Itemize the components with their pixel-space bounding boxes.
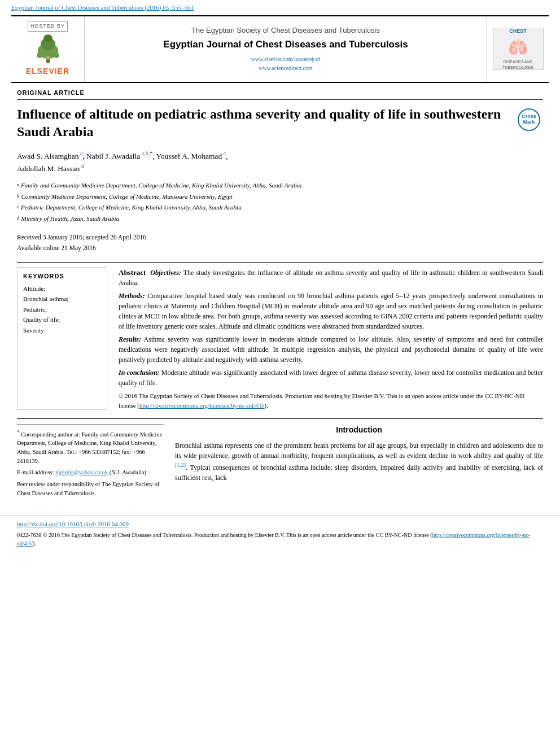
affil-4: d Ministry of Health, Jizan, Saudi Arabi… [17, 214, 543, 224]
introduction-section: Introduction Bronchial asthma represents… [175, 425, 543, 498]
dates-section: Received 3 January 2016; accepted 26 Apr… [17, 232, 543, 254]
author-2-sup: a,b, [140, 150, 150, 156]
keyword-2: Bronchial asthma; [23, 294, 101, 304]
title-section: Influence of altitude on pediatric asthm… [17, 106, 543, 141]
keyword-3: Pediatric; [23, 305, 101, 314]
bottom-cc-link[interactable]: http://creativecommons.org/licenses/by-n… [17, 532, 530, 547]
affiliations-section: a Family and Community Medicine Departme… [17, 181, 543, 224]
affil-1-sup: a [17, 181, 19, 191]
main-content: ORIGINAL ARTICLE Influence of altitude o… [0, 83, 560, 509]
abstract-text: Abstract Objectives: The study investiga… [119, 267, 543, 289]
keywords-column: KEYWORDS Altitude; Bronchial asthma; Ped… [17, 267, 107, 410]
abstract-column: Abstract Objectives: The study investiga… [119, 267, 543, 410]
keyword-1: Altitude; [23, 284, 101, 294]
corresponding-marker: * [150, 150, 152, 156]
author-1-sup: a [78, 150, 82, 156]
footnote-star-icon: * [17, 429, 20, 435]
ref-1-2: [1,2] [175, 462, 186, 468]
elsevier-section: HOSTED BY ELSEVIER [11, 16, 85, 81]
abstract-label: Abstract [119, 268, 146, 277]
elsevier-brand-name: ELSEVIER [26, 66, 69, 77]
peer-review-note: Peer review under responsibility of The … [17, 480, 164, 498]
affil-4-sup: d [17, 214, 20, 224]
issn-text: 0422-7638 [17, 532, 41, 538]
affil-3-sup: c [17, 203, 19, 213]
society-name: The Egyptian Society of Chest Diseases a… [191, 25, 380, 36]
crossmark-icon: CrossMark [518, 108, 540, 131]
received-date: Received 3 January 2016; accepted 26 Apr… [17, 232, 543, 243]
conclusion-paragraph: In conclusion: Moderate altitude was sig… [119, 368, 543, 388]
conclusion-label: In conclusion: [119, 369, 160, 377]
svg-point-6 [46, 56, 50, 59]
doi-link[interactable]: http://dx.doi.org/10.1016/j.ejcdt.2016.0… [17, 520, 543, 528]
email-line: E-mail address: njgirgis@yahoo.co.uk (N.… [17, 468, 164, 477]
affil-2: b Community Medicine Department, College… [17, 192, 543, 202]
affil-2-text: Community Medicine Department, College o… [21, 192, 233, 202]
objectives-label: Objectives: [150, 269, 181, 277]
svg-point-3 [43, 34, 53, 42]
section-divider-1 [17, 262, 543, 263]
author-2: Nabil J. Awadalla [86, 152, 140, 160]
keyword-4: Quality of life; [23, 315, 101, 325]
crossmark-badge[interactable]: CrossMark [518, 108, 543, 131]
affil-4-text: Ministry of Health, Jizan, Saudi Arabia [21, 214, 120, 224]
affil-1-text: Family and Community Medicine Department… [21, 181, 301, 191]
author-4: Addullah M. Hassan [17, 164, 80, 172]
methods-text: Comparative hospital based study was con… [119, 292, 543, 330]
two-col-section: * Corresponding author at: Family and Co… [17, 425, 543, 498]
results-text: Asthma severity was significantly lower … [119, 335, 543, 364]
affil-3: c Pediatric Department, College of Medic… [17, 203, 543, 213]
article-type-label: ORIGINAL ARTICLE [17, 89, 543, 100]
hosted-by-label: HOSTED BY [28, 21, 68, 32]
methods-label: Methods: [119, 292, 145, 300]
results-paragraph: Results: Asthma severity was significant… [119, 334, 543, 365]
lung-icon: 🫁 [508, 36, 528, 58]
chest-journal-section: CHEST 🫁 DISEASES ANDTUBERCULOSIS [487, 16, 549, 81]
section-divider-2 [17, 418, 543, 419]
bottom-bar: http://dx.doi.org/10.1016/j.ejcdt.2016.0… [0, 515, 560, 552]
journal-url2[interactable]: www.sciencedirect.com [259, 65, 312, 71]
methods-paragraph: Methods: Comparative hospital based stud… [119, 291, 543, 331]
journal-title-header: Egyptian Journal of Chest Diseases and T… [163, 38, 408, 51]
footnote-section: * Corresponding author at: Family and Co… [17, 425, 164, 498]
objectives-text: The study investigates the influence of … [119, 269, 543, 287]
keywords-title: KEYWORDS [23, 272, 101, 281]
cc-license-link[interactable]: http://creativecommons.org/licenses/by-n… [139, 402, 265, 409]
author-3-sup: c [222, 150, 226, 156]
affil-1: a Family and Community Medicine Departme… [17, 181, 543, 191]
svg-point-4 [37, 53, 42, 58]
abstract-keywords-section: KEYWORDS Altitude; Bronchial asthma; Ped… [17, 267, 543, 410]
chest-journal-image: CHEST 🫁 DISEASES ANDTUBERCULOSIS [493, 28, 544, 70]
results-label: Results: [119, 335, 141, 343]
footnote-text: * Corresponding author at: Family and Co… [17, 429, 164, 466]
article-title: Influence of altitude on pediatric asthm… [17, 106, 512, 141]
bottom-copyright-text: 0422-7638 © 2016 The Egyptian Society of… [17, 531, 543, 548]
abstract-copyright: © 2016 The Egyptian Society of Chest Dis… [119, 391, 543, 410]
email-link[interactable]: njgirgis@yahoo.co.uk [55, 469, 108, 475]
journal-url1[interactable]: www.elsevier.com/locate/ejcdt [251, 56, 321, 62]
introduction-title: Introduction [175, 425, 543, 436]
affil-2-sup: b [17, 192, 20, 202]
journal-header: HOSTED BY ELSEVIER The Egyptian Society … [11, 15, 549, 82]
svg-point-5 [54, 53, 59, 58]
elsevier-logo: ELSEVIER [26, 34, 69, 77]
affil-3-text: Pediatric Department, College of Medicin… [21, 203, 242, 213]
chest-journal-title: CHEST [509, 28, 527, 35]
available-online-date: Available online 21 May 2016 [17, 243, 543, 254]
introduction-text: Bronchial asthma represents one of the p… [175, 440, 543, 483]
keyword-5: Severity [23, 326, 101, 335]
authors-section: Awad S. Alsamghan a, Nabil J. Awadalla a… [17, 150, 543, 174]
elsevier-tree-icon [28, 34, 68, 65]
author-4-sup: d [80, 163, 84, 169]
journal-urls: www.elsevier.com/locate/ejcdt www.scienc… [251, 55, 321, 73]
conclusion-text: Moderate altitude was significantly asso… [119, 369, 543, 387]
author-3: Youssef A. Mohamad [156, 152, 222, 160]
author-1: Awad S. Alsamghan [17, 152, 78, 160]
journal-link[interactable]: Egyptian Journal of Chest Diseases and T… [0, 0, 560, 15]
journal-info-section: The Egyptian Society of Chest Diseases a… [85, 16, 487, 81]
